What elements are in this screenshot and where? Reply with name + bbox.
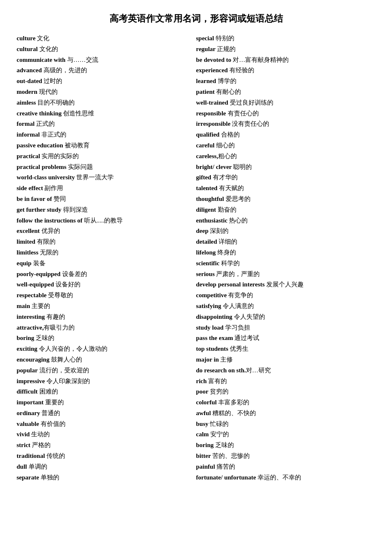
english-term: scientific xyxy=(196,260,220,266)
chinese-translation: 生动的 xyxy=(30,431,50,438)
chinese-translation: 贫穷的 xyxy=(209,388,229,395)
right-column: special 特别的regular 正规的be devoted to 对…富有… xyxy=(196,33,376,483)
english-term: study load xyxy=(196,324,224,331)
chinese-translation: 主修 xyxy=(219,356,233,363)
english-term: main xyxy=(17,303,30,309)
chinese-translation: 听从.....的教导 xyxy=(83,217,123,224)
left-column: culture 文化cultural 文化的communicate with 与… xyxy=(17,33,196,483)
chinese-translation: 丰富多彩的 xyxy=(217,399,250,406)
english-term: formal xyxy=(17,120,34,127)
chinese-translation: 有吸引力的 xyxy=(44,324,75,331)
list-item: painful 痛苦的 xyxy=(196,462,376,472)
english-term: pass the exam xyxy=(196,335,233,341)
list-item: ordinary 普通的 xyxy=(17,408,196,419)
english-term: careless, xyxy=(196,153,218,159)
english-term: side effect xyxy=(17,185,43,191)
list-item: bitter 苦的、悲惨的 xyxy=(196,451,376,462)
english-term: separate xyxy=(17,474,39,481)
english-term: lifelong xyxy=(196,249,216,256)
chinese-translation: 乏味的 xyxy=(214,442,234,448)
chinese-translation: 困难的 xyxy=(38,388,58,395)
english-term: practical xyxy=(17,153,40,159)
list-item: important 重要的 xyxy=(17,397,196,408)
chinese-translation: 安宁的 xyxy=(209,431,229,438)
chinese-translation: 文化的 xyxy=(38,46,58,52)
list-item: develop personal interests 发展个人兴趣 xyxy=(196,279,376,290)
english-term: be devoted to xyxy=(196,56,231,63)
english-term: ordinary xyxy=(17,410,40,416)
english-term: fortunate/ unfortunate xyxy=(196,474,256,481)
list-item: rich 富有的 xyxy=(196,376,376,387)
chinese-translation: 传统的 xyxy=(45,452,65,459)
english-term: diligent xyxy=(196,206,216,213)
list-item: well-equipped 设备好的 xyxy=(17,279,196,290)
list-item: regular 正规的 xyxy=(196,44,376,55)
chinese-translation: 深刻的 xyxy=(209,227,229,234)
english-term: passive education xyxy=(17,142,63,149)
chinese-translation: 严肃的，严重的 xyxy=(215,271,260,277)
list-item: exciting 令人兴奋的，令人激动的 xyxy=(17,344,196,355)
chinese-translation: 现代的 xyxy=(37,88,58,95)
list-item: boring 乏味的 xyxy=(17,333,196,344)
english-term: major in xyxy=(196,356,219,363)
english-term: attractive, xyxy=(17,324,44,331)
list-item: difficult 困难的 xyxy=(17,386,196,397)
list-item: lifelong 终身的 xyxy=(196,247,376,258)
list-item: awful 糟糕的、不快的 xyxy=(196,408,376,419)
list-item: equip 装备 xyxy=(17,258,196,269)
chinese-translation: 创造性思维 xyxy=(61,110,94,117)
list-item: dull 单调的 xyxy=(17,462,196,472)
english-term: busy xyxy=(196,421,209,427)
chinese-translation: 非正式的 xyxy=(40,131,66,138)
english-term: aimless xyxy=(17,99,36,106)
english-term: develop personal interests xyxy=(196,281,265,288)
list-item: top students 优秀生 xyxy=(196,344,376,355)
chinese-translation: 目的不明确的 xyxy=(36,99,75,106)
chinese-translation: 设备差的 xyxy=(61,271,87,277)
english-term: advanced xyxy=(17,67,42,73)
english-term: learned xyxy=(196,78,216,84)
english-term: boring xyxy=(196,442,214,448)
chinese-translation: 爱思考的 xyxy=(224,196,251,202)
list-item: passive education 被动教育 xyxy=(17,140,196,151)
list-item: valuable 有价值的 xyxy=(17,419,196,430)
chinese-translation: 受尊敬的 xyxy=(46,292,73,298)
chinese-translation: 副作用 xyxy=(43,185,63,191)
list-item: strict 严格的 xyxy=(17,440,196,451)
list-item: poorly-equipped 设备差的 xyxy=(17,269,196,280)
list-item: attractive,有吸引力的 xyxy=(17,323,196,333)
chinese-translation: 普通的 xyxy=(40,410,61,416)
list-item: satisfying 令人满意的 xyxy=(196,301,376,312)
english-term: responsible xyxy=(196,110,226,117)
english-term: equip xyxy=(17,260,32,266)
english-term: poorly-equipped xyxy=(17,271,61,277)
list-item: limitless 无限的 xyxy=(17,247,196,258)
english-term: interesting xyxy=(17,313,45,320)
list-item: creative thinking 创造性思维 xyxy=(17,108,196,119)
list-item: boring 乏味的 xyxy=(196,440,376,451)
list-item: detailed 详细的 xyxy=(196,237,376,247)
english-term: special xyxy=(196,35,214,42)
list-item: calm 安宁的 xyxy=(196,429,376,440)
english-term: serious xyxy=(196,271,215,277)
chinese-translation: 有耐心的 xyxy=(215,88,241,95)
list-item: diligent 勤奋的 xyxy=(196,205,376,215)
list-item: informal 非正式的 xyxy=(17,130,196,140)
chinese-translation: 有竞争的 xyxy=(227,292,253,298)
chinese-translation: 单调的 xyxy=(27,463,47,470)
english-term: communicate with xyxy=(17,56,66,63)
list-item: serious 严肃的，严重的 xyxy=(196,269,376,280)
chinese-translation: 赞同 xyxy=(52,196,66,202)
chinese-translation: 忙碌的 xyxy=(209,421,229,427)
english-term: poor xyxy=(196,388,209,395)
chinese-translation: 有才华的 xyxy=(211,174,238,181)
chinese-translation: 流行的，受欢迎的 xyxy=(38,367,89,374)
english-term: satisfying xyxy=(196,303,222,309)
list-item: interesting 有趣的 xyxy=(17,312,196,323)
chinese-translation: 主要的 xyxy=(30,303,51,309)
list-item: patient 有耐心的 xyxy=(196,87,376,98)
list-item: practical 实用的实际的 xyxy=(17,151,196,162)
list-item: main 主要的 xyxy=(17,301,196,312)
chinese-translation: 令人满意的 xyxy=(221,303,254,309)
list-item: world-class university 世界一流大学 xyxy=(17,172,196,183)
